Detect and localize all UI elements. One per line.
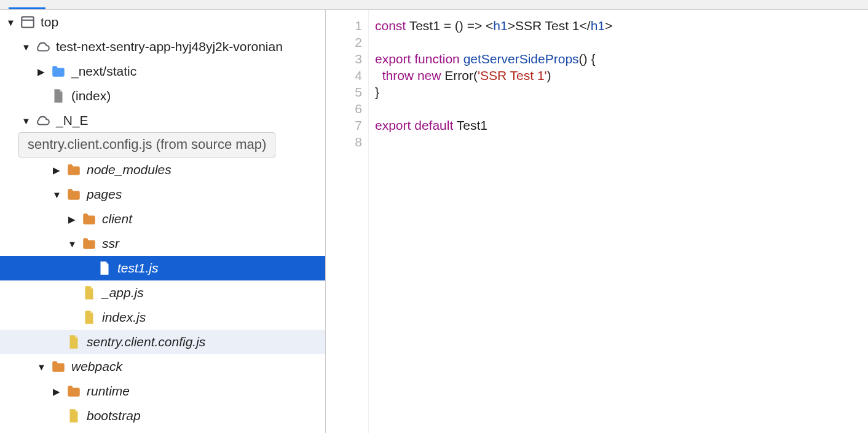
tree-origin-2[interactable]: ▼ _N_E bbox=[0, 108, 325, 133]
tree-sentry-config[interactable]: sentry.client.config.js bbox=[0, 330, 325, 354]
folder-icon bbox=[66, 162, 82, 178]
line-gutter: 12345678 bbox=[326, 10, 369, 433]
tree-app-js[interactable]: _app.js bbox=[0, 280, 325, 305]
tree-runtime[interactable]: ▶ runtime bbox=[0, 379, 325, 403]
window-icon bbox=[20, 14, 36, 30]
chevron-down-icon[interactable]: ▼ bbox=[22, 41, 30, 54]
js-file-icon bbox=[81, 285, 97, 301]
chevron-right-icon[interactable]: ▶ bbox=[68, 213, 76, 226]
tree-label: index.js bbox=[102, 308, 146, 326]
tree-index-js[interactable]: index.js bbox=[0, 305, 325, 330]
chevron-down-icon[interactable]: ▼ bbox=[6, 16, 15, 29]
js-file-icon bbox=[81, 309, 97, 325]
tree-pages[interactable]: ▼ pages bbox=[0, 182, 325, 207]
file-icon bbox=[97, 260, 112, 276]
tree-label: _N_E bbox=[56, 111, 89, 129]
tree-origin-1[interactable]: ▼ test-next-sentry-app-hyj48yj2k-voronia… bbox=[0, 34, 325, 59]
main-split: ▼ top ▼ test-next-sentry-app-hyj48yj2k-v… bbox=[0, 10, 868, 433]
tree-label: sentry.client.config.js bbox=[87, 333, 205, 351]
tree-label: client bbox=[102, 210, 132, 228]
code-content[interactable]: const Test1 = () => <h1>SSR Test 1</h1> … bbox=[369, 10, 612, 433]
file-icon bbox=[50, 88, 66, 104]
tree-webpack[interactable]: ▼ webpack bbox=[0, 354, 325, 379]
chevron-right-icon[interactable]: ▶ bbox=[52, 385, 61, 398]
tree-test1-js[interactable]: test1.js bbox=[0, 256, 325, 280]
tree-label: test-next-sentry-app-hyj48yj2k-voronian bbox=[56, 38, 283, 55]
tree-node-modules[interactable]: ▶ node_modules bbox=[0, 157, 325, 182]
code-editor[interactable]: 12345678 const Test1 = () => <h1>SSR Tes… bbox=[326, 10, 868, 433]
chevron-right-icon[interactable]: ▶ bbox=[52, 164, 61, 177]
folder-open-icon bbox=[66, 186, 82, 202]
tree-index-file[interactable]: (index) bbox=[0, 84, 325, 108]
tree-bootstrap[interactable]: bootstrap bbox=[0, 403, 325, 428]
tree-label: top bbox=[41, 13, 58, 31]
folder-icon bbox=[81, 211, 97, 227]
folder-icon bbox=[50, 63, 66, 79]
tree-label: test1.js bbox=[117, 259, 159, 277]
tree-label: ssr bbox=[102, 234, 119, 252]
tree-label: webpack bbox=[71, 357, 122, 375]
tree-label: pages bbox=[87, 185, 122, 203]
chevron-down-icon[interactable]: ▼ bbox=[22, 114, 30, 127]
tree-ssr[interactable]: ▼ ssr bbox=[0, 231, 325, 256]
chevron-down-icon[interactable]: ▼ bbox=[52, 188, 61, 201]
devtools-panel-tabs bbox=[0, 0, 868, 10]
tree-root-top[interactable]: ▼ top bbox=[0, 10, 325, 34]
tree-client[interactable]: ▶ client bbox=[0, 207, 325, 231]
cloud-icon bbox=[35, 113, 51, 129]
chevron-right-icon[interactable]: ▶ bbox=[37, 65, 45, 78]
active-tab-indicator bbox=[9, 7, 45, 9]
folder-open-icon bbox=[81, 236, 97, 252]
js-file-icon bbox=[66, 334, 82, 350]
chevron-down-icon[interactable]: ▼ bbox=[68, 237, 76, 250]
tree-next-static[interactable]: ▶ _next/static bbox=[0, 59, 325, 84]
tree-label: _app.js bbox=[102, 284, 144, 301]
tree-label: bootstrap bbox=[87, 407, 141, 424]
tree-label: node_modules bbox=[87, 161, 172, 178]
folder-icon bbox=[66, 383, 82, 399]
sources-tree[interactable]: ▼ top ▼ test-next-sentry-app-hyj48yj2k-v… bbox=[0, 10, 326, 433]
cloud-icon bbox=[35, 39, 51, 55]
tree-tooltip: sentry.client.config.js (from source map… bbox=[18, 132, 275, 157]
folder-open-icon bbox=[50, 359, 66, 375]
tree-label: _next/static bbox=[71, 62, 136, 80]
tree-label: (index) bbox=[71, 87, 111, 105]
editor-pane: 12345678 const Test1 = () => <h1>SSR Tes… bbox=[326, 10, 868, 433]
svg-rect-0 bbox=[22, 17, 34, 27]
tree-label: runtime bbox=[87, 382, 130, 400]
chevron-down-icon[interactable]: ▼ bbox=[37, 360, 45, 373]
js-file-icon bbox=[66, 408, 82, 424]
